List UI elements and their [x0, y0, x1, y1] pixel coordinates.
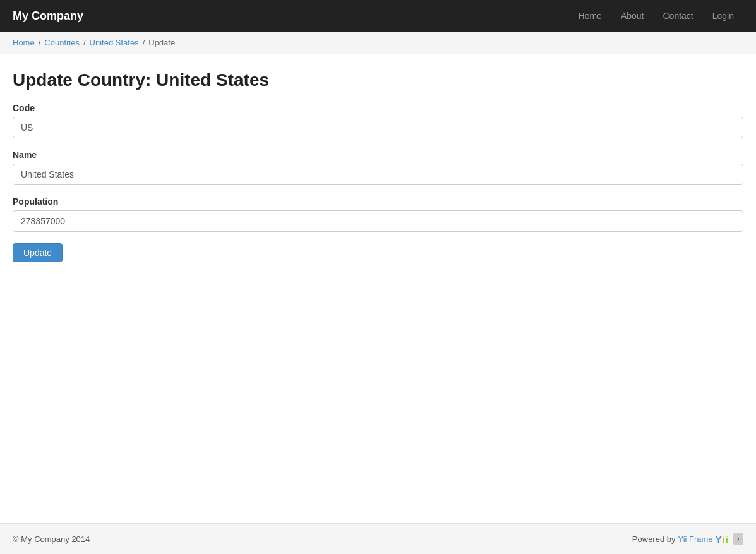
breadcrumb: Home Countries United States Update: [13, 38, 743, 47]
footer-powered-text: Powered by: [632, 534, 676, 544]
breadcrumb-link-united-states[interactable]: United States: [90, 38, 139, 47]
breadcrumb-bar: Home Countries United States Update: [0, 32, 756, 54]
breadcrumb-item-home: Home: [13, 38, 35, 47]
nav-item-contact: Contact: [653, 0, 702, 32]
population-label: Population: [13, 196, 743, 207]
breadcrumb-link-home[interactable]: Home: [13, 38, 35, 47]
navbar: My Company Home About Contact Login: [0, 0, 756, 32]
yii-link[interactable]: Yii Frame: [678, 534, 713, 544]
yii-logo-y: Y: [716, 534, 722, 545]
footer-powered: Powered by Yii Frame Yii ›: [632, 533, 743, 545]
code-label: Code: [13, 103, 743, 113]
breadcrumb-current: Update: [148, 38, 175, 47]
update-button[interactable]: Update: [13, 243, 63, 262]
name-label: Name: [13, 150, 743, 160]
code-group: Code: [13, 103, 743, 138]
breadcrumb-link-countries[interactable]: Countries: [44, 38, 80, 47]
breadcrumb-item-update: Update: [139, 38, 176, 47]
population-group: Population: [13, 196, 743, 232]
nav-link-contact[interactable]: Contact: [653, 0, 702, 32]
nav-link-about[interactable]: About: [611, 0, 654, 32]
yii-link-text: Yii Frame: [678, 534, 713, 544]
update-country-form: Code Name Population Update: [13, 103, 743, 262]
code-input[interactable]: [13, 117, 743, 138]
footer-copyright: © My Company 2014: [13, 534, 90, 544]
nav-item-login: Login: [703, 0, 743, 32]
population-input[interactable]: [13, 210, 743, 232]
nav-item-about: About: [611, 0, 654, 32]
nav-link-login[interactable]: Login: [703, 0, 743, 32]
footer: © My Company 2014 Powered by Yii Frame Y…: [0, 523, 756, 554]
nav-link-home[interactable]: Home: [569, 0, 611, 32]
page-title: Update Country: United States: [13, 70, 743, 90]
name-input[interactable]: [13, 164, 743, 185]
nav-menu: Home About Contact Login: [569, 0, 743, 32]
yii-logo: Yii: [716, 534, 728, 545]
navbar-brand[interactable]: My Company: [13, 9, 83, 23]
nav-arrow-icon[interactable]: ›: [733, 533, 743, 545]
breadcrumb-item-united-states: United States: [80, 38, 139, 47]
yii-logo-i2: i: [726, 534, 728, 545]
breadcrumb-item-countries: Countries: [35, 38, 80, 47]
name-group: Name: [13, 150, 743, 185]
nav-item-home: Home: [569, 0, 611, 32]
yii-logo-i1: i: [723, 534, 725, 545]
main-content: Update Country: United States Code Name …: [0, 54, 756, 523]
